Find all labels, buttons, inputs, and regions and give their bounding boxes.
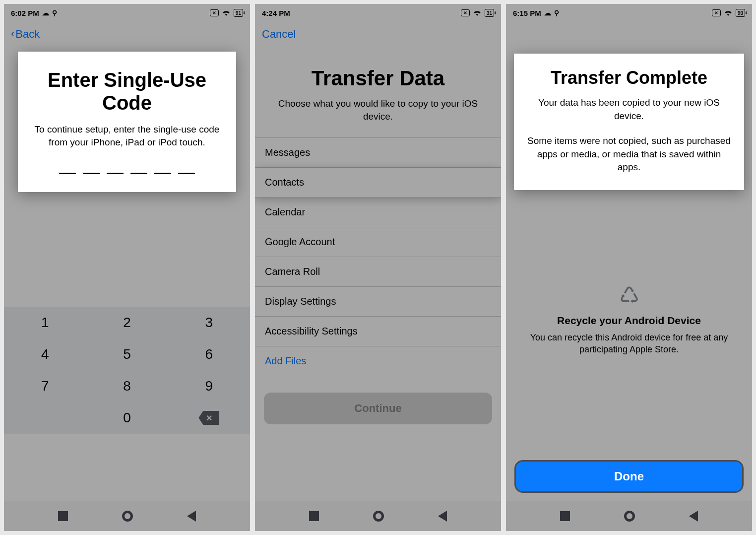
status-bar: 4:24 PM ✕ 31 <box>255 4 501 22</box>
add-files-link[interactable]: Add Files <box>255 346 501 376</box>
chevron-left-icon: ‹ <box>11 27 14 40</box>
key-4[interactable]: 4 <box>4 338 86 370</box>
code-slot <box>59 172 76 174</box>
key-9[interactable]: 9 <box>168 370 250 402</box>
wifi-icon <box>724 9 733 17</box>
key-empty <box>4 402 86 434</box>
key-3[interactable]: 3 <box>168 307 250 338</box>
list-item-contacts[interactable]: Contacts <box>255 168 501 198</box>
complete-card: Transfer Complete Your data has been cop… <box>514 54 744 190</box>
recent-apps-button[interactable] <box>560 511 570 521</box>
recent-apps-button[interactable] <box>309 511 319 521</box>
card-para-2: Some items were not copied, such as purc… <box>525 134 733 174</box>
code-slot <box>130 172 147 174</box>
home-button[interactable] <box>122 511 133 522</box>
back-softkey[interactable] <box>187 511 196 522</box>
card-para-1: Your data has been copied to your new iO… <box>525 96 733 123</box>
rotation-lock-icon: ✕ <box>210 9 219 16</box>
status-bar: 6:15 PM ☁ ⚲ ✕ 90 <box>506 4 752 22</box>
back-label: Back <box>15 28 40 41</box>
recent-apps-button[interactable] <box>58 511 68 521</box>
recycle-icon: ♺ <box>526 282 732 309</box>
page-subtitle: Choose what you would like to copy to yo… <box>268 97 488 123</box>
list-item-camera-roll[interactable]: Camera Roll <box>255 257 501 287</box>
continue-label: Continue <box>354 402 401 415</box>
card-subtitle: To continue setup, enter the single-use … <box>30 123 224 148</box>
numeric-keypad: 1 2 3 4 5 6 7 8 9 0 ✕ <box>4 307 250 434</box>
battery-icon: 90 <box>736 9 745 17</box>
key-6[interactable]: 6 <box>168 338 250 370</box>
card-title: Transfer Complete <box>525 67 733 88</box>
key-5[interactable]: 5 <box>86 338 168 370</box>
code-slot <box>178 172 195 174</box>
list-item-display-settings[interactable]: Display Settings <box>255 287 501 317</box>
done-label: Done <box>614 469 644 483</box>
list-item-calendar[interactable]: Calendar <box>255 198 501 227</box>
location-icon: ⚲ <box>554 9 559 17</box>
code-slot <box>154 172 171 174</box>
transfer-header: Transfer Data Choose what you would like… <box>255 47 501 137</box>
rotation-lock-icon: ✕ <box>712 9 721 16</box>
key-backspace[interactable]: ✕ <box>168 402 250 434</box>
android-nav-bar <box>4 501 250 531</box>
key-0[interactable]: 0 <box>86 402 168 434</box>
cancel-button[interactable]: Cancel <box>262 28 296 41</box>
status-time: 4:24 PM <box>262 9 290 17</box>
key-2[interactable]: 2 <box>86 307 168 338</box>
nav-row: Cancel <box>255 22 501 47</box>
screen-transfer-data: 4:24 PM ✕ 31 Cancel Transfer Data Choose… <box>255 4 501 531</box>
cancel-label: Cancel <box>262 28 296 41</box>
code-slot <box>107 172 124 174</box>
transfer-items-list: Messages Contacts Calendar Google Accoun… <box>255 137 501 376</box>
status-time: 6:15 PM <box>513 9 541 17</box>
android-nav-bar <box>506 501 752 531</box>
done-button[interactable]: Done <box>516 462 742 491</box>
status-bar: 6:02 PM ☁ ⚲ ✕ 91 <box>4 4 250 22</box>
card-title: Enter Single-Use Code <box>30 68 224 114</box>
status-time: 6:02 PM <box>11 9 39 17</box>
list-item-messages[interactable]: Messages <box>255 137 501 168</box>
enter-code-card: Enter Single-Use Code To continue setup,… <box>18 52 236 192</box>
recycle-body: You can recycle this Android device for … <box>526 332 732 356</box>
battery-icon: 91 <box>234 9 243 17</box>
key-1[interactable]: 1 <box>4 307 86 338</box>
back-softkey[interactable] <box>689 511 698 522</box>
android-nav-bar <box>255 501 501 531</box>
code-slot <box>83 172 100 174</box>
recycle-title: Recycle your Android Device <box>526 315 732 327</box>
back-softkey[interactable] <box>438 511 447 522</box>
wifi-icon <box>222 9 231 17</box>
page-title: Transfer Data <box>268 67 488 90</box>
list-item-accessibility-settings[interactable]: Accessibility Settings <box>255 317 501 346</box>
location-icon: ⚲ <box>52 9 57 17</box>
key-8[interactable]: 8 <box>86 370 168 402</box>
screen-transfer-complete: 6:15 PM ☁ ⚲ ✕ 90 Transfer Complete Your … <box>506 4 752 531</box>
screen-enter-code: 6:02 PM ☁ ⚲ ✕ 91 ‹ Back Enter Single-Use… <box>4 4 250 531</box>
back-button[interactable]: ‹ Back <box>11 28 40 41</box>
list-item-google-account[interactable]: Google Account <box>255 227 501 257</box>
home-button[interactable] <box>624 511 635 522</box>
cloud-icon: ☁ <box>544 9 551 17</box>
cloud-icon: ☁ <box>42 9 49 17</box>
rotation-lock-icon: ✕ <box>461 9 470 16</box>
wifi-icon <box>473 9 482 17</box>
recycle-block: ♺ Recycle your Android Device You can re… <box>526 282 732 356</box>
code-input[interactable] <box>30 172 224 174</box>
nav-row: ‹ Back <box>4 22 250 47</box>
home-button[interactable] <box>373 511 384 522</box>
backspace-icon: ✕ <box>198 411 219 425</box>
continue-button[interactable]: Continue <box>264 393 492 424</box>
key-7[interactable]: 7 <box>4 370 86 402</box>
battery-icon: 31 <box>485 9 494 17</box>
